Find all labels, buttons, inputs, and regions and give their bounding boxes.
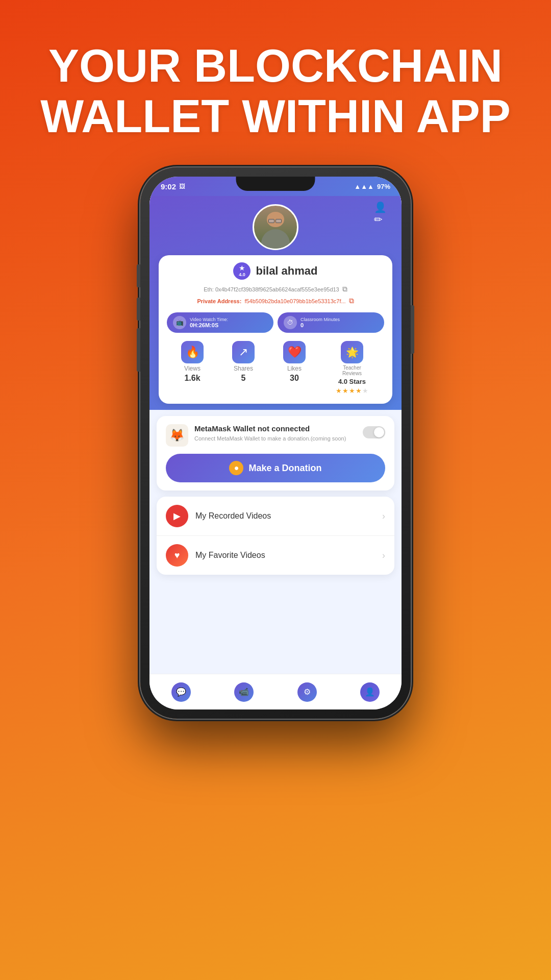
metric-teacher-reviews: 🌟 Teacher Reviews 4.0 Stars ★ ★ ★ ★ ★ bbox=[334, 341, 370, 395]
copy-private-icon[interactable]: ⧉ bbox=[349, 297, 354, 305]
signal-icon: ▲▲▲ bbox=[354, 183, 374, 190]
menu-list: ▶ My Recorded Videos › ♥ My Favorite Vid… bbox=[157, 497, 394, 575]
wallet-card: 🦊 MetaMask Wallet not connected Connect … bbox=[157, 416, 394, 491]
menu-item-recorded[interactable]: ▶ My Recorded Videos › bbox=[157, 497, 394, 536]
eth-address: Eth: 0x4b47f2cf39b38f9625ab6624acaf555e3… bbox=[167, 285, 384, 293]
stats-pills: 📺 Video Watch Time: 0H:26M:0S ⏱ C bbox=[167, 312, 384, 333]
nav-item-chat[interactable]: 💬 bbox=[171, 682, 191, 702]
nav-item-video[interactable]: 📹 bbox=[234, 682, 254, 702]
edit-profile-button[interactable]: 👤✏ bbox=[374, 204, 392, 223]
donation-label: Make a Donation bbox=[248, 463, 321, 474]
phone-notch bbox=[236, 177, 315, 191]
app-content[interactable]: 👤✏ bbox=[149, 196, 402, 674]
recorded-videos-chevron: › bbox=[382, 511, 385, 522]
metrics-row: 🔥 Views 1.6k ↗ Shares 5 bbox=[167, 341, 384, 395]
classroom-pill: ⏱ Classroom Minutes 0 bbox=[278, 312, 384, 333]
wallet-description: Connect MetaMask Wallet to make a donati… bbox=[194, 435, 357, 443]
metric-views: 🔥 Views 1.6k bbox=[181, 341, 204, 395]
star-rating-badge: ★ 4.0 bbox=[233, 262, 251, 280]
phone-screen: 9:02 🖼 ▲▲▲ 97% 👤✏ bbox=[149, 177, 402, 709]
video-icon: 📹 bbox=[234, 682, 254, 702]
metamask-icon: 🦊 bbox=[166, 424, 188, 447]
private-address: Private Address: f54b509b2bda10e079bb1b5… bbox=[167, 297, 384, 305]
nav-item-settings[interactable]: ⚙ bbox=[297, 682, 317, 702]
favorite-videos-icon: ♥ bbox=[166, 544, 188, 567]
video-watch-pill: 📺 Video Watch Time: 0H:26M:0S bbox=[167, 312, 273, 333]
favorite-videos-label: My Favorite Videos bbox=[195, 551, 375, 560]
recorded-videos-icon: ▶ bbox=[166, 505, 188, 527]
metric-likes: ❤️ Likes 30 bbox=[283, 341, 306, 395]
views-value: 1.6k bbox=[184, 374, 200, 383]
shares-label: Shares bbox=[234, 365, 253, 372]
likes-value: 30 bbox=[290, 374, 299, 383]
profile-nav-icon: 👤 bbox=[360, 682, 380, 702]
headline: YOUR BLOCKCHAIN WALLET WITHIN APP bbox=[10, 41, 541, 142]
classroom-value: 0 bbox=[300, 322, 340, 328]
status-time: 9:02 bbox=[161, 182, 176, 191]
wallet-title: MetaMask Wallet not connected bbox=[194, 424, 357, 433]
views-label: Views bbox=[184, 365, 201, 372]
recorded-videos-label: My Recorded Videos bbox=[195, 511, 375, 521]
teacher-stars: ★ ★ ★ ★ ★ bbox=[336, 387, 368, 395]
coin-icon: ● bbox=[229, 461, 243, 475]
bottom-navigation: 💬 📹 ⚙ 👤 bbox=[149, 674, 402, 709]
nav-item-profile[interactable]: 👤 bbox=[360, 682, 380, 702]
video-watch-value: 0H:26M:0S bbox=[190, 322, 228, 328]
likes-label: Likes bbox=[287, 365, 302, 372]
shares-value: 5 bbox=[241, 374, 246, 383]
status-photo-icon: 🖼 bbox=[179, 183, 185, 190]
phone-mockup: 9:02 🖼 ▲▲▲ 97% 👤✏ bbox=[140, 167, 411, 719]
chat-icon: 💬 bbox=[171, 682, 191, 702]
classroom-label: Classroom Minutes bbox=[300, 317, 340, 322]
metric-shares: ↗ Shares 5 bbox=[232, 341, 255, 395]
wallet-toggle[interactable] bbox=[363, 426, 385, 438]
settings-icon: ⚙ bbox=[297, 682, 317, 702]
favorite-videos-chevron: › bbox=[382, 550, 385, 561]
video-watch-label: Video Watch Time: bbox=[190, 317, 228, 322]
copy-eth-icon[interactable]: ⧉ bbox=[342, 285, 347, 293]
avatar bbox=[253, 204, 298, 250]
teacher-reviews-value: 4.0 Stars bbox=[338, 378, 366, 385]
teacher-reviews-label: Teacher Reviews bbox=[334, 365, 370, 376]
battery-text: 97% bbox=[377, 183, 390, 190]
profile-card: ★ 4.0 bilal ahmad Eth: 0x4b47f2cf39b38f9… bbox=[159, 255, 392, 404]
profile-name: bilal ahmad bbox=[256, 264, 317, 278]
menu-item-favorites[interactable]: ♥ My Favorite Videos › bbox=[157, 536, 394, 575]
headline-line1: YOUR BLOCKCHAIN bbox=[40, 41, 511, 91]
donation-button[interactable]: ● Make a Donation bbox=[166, 454, 385, 482]
headline-line2: WALLET WITHIN APP bbox=[40, 91, 511, 142]
